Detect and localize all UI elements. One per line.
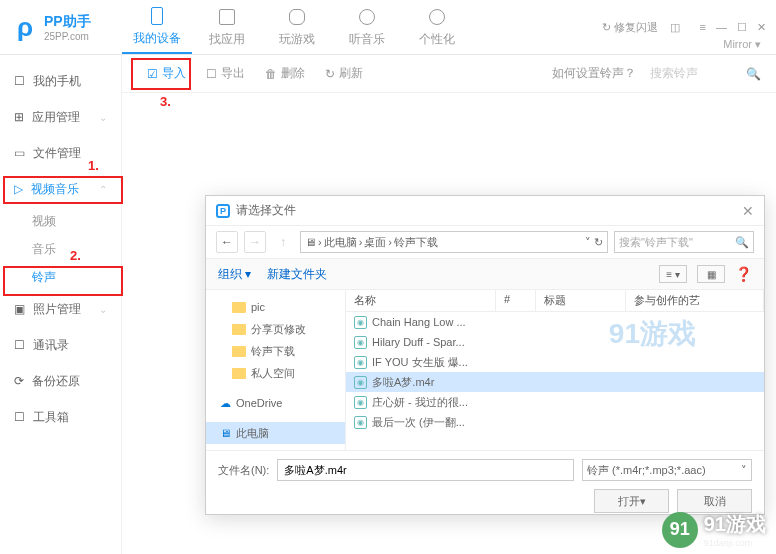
headphone-icon (356, 6, 378, 28)
folder-icon: ▭ (14, 146, 25, 160)
sidebar-item-phone[interactable]: ☐我的手机 (0, 63, 121, 99)
tree-item[interactable]: 铃声下载 (206, 340, 345, 362)
sidebar-item-backup[interactable]: ⟳备份还原 (0, 363, 121, 399)
col-name[interactable]: 名称 (346, 290, 496, 311)
help-icon[interactable]: ❓ (735, 266, 752, 282)
chevron-down-icon: ⌄ (99, 112, 107, 123)
tab-label: 个性化 (419, 31, 455, 48)
app-icon: P (216, 204, 230, 218)
tree-item[interactable]: pic (206, 296, 345, 318)
col-title[interactable]: 标题 (536, 290, 626, 311)
up-button[interactable]: ↑ (272, 231, 294, 253)
sidebar-item-photos[interactable]: ▣照片管理⌄ (0, 291, 121, 327)
filter-select[interactable]: 铃声 (*.m4r;*.mp3;*.aac)˅ (582, 459, 752, 481)
list-item[interactable]: ◉Hilary Duff - Spar... (346, 332, 764, 352)
dialog-toolbar: 组织 ▾ 新建文件夹 ≡ ▾ ▦ ❓ (206, 258, 764, 290)
back-button[interactable]: ← (216, 231, 238, 253)
logo[interactable]: ρ PP助手 25PP.com (10, 12, 122, 42)
annotation-3: 3. (160, 94, 171, 109)
tab-music[interactable]: 听音乐 (332, 0, 402, 54)
search-icon: 🔍 (735, 236, 749, 249)
smile-icon (426, 6, 448, 28)
view-list-button[interactable]: ≡ ▾ (659, 265, 687, 283)
file-list: 名称 # 标题 参与创作的艺 ◉Chain Hang Low ... ◉Hila… (346, 290, 764, 450)
sidebar-sub-music[interactable]: 音乐 (0, 235, 121, 263)
contacts-icon: ☐ (14, 338, 25, 352)
annotation-2: 2. (70, 248, 81, 263)
backup-icon: ⟳ (14, 374, 24, 388)
import-button[interactable]: ☑ 导入 (137, 61, 196, 86)
watermark-sub: 91danji.com (704, 538, 766, 548)
list-item[interactable]: ◉庄心妍 - 我过的很... (346, 392, 764, 412)
delete-button[interactable]: 🗑 删除 (255, 61, 315, 86)
new-folder-button[interactable]: 新建文件夹 (267, 266, 327, 283)
list-item[interactable]: ◉最后一次 (伊一翻... (346, 412, 764, 432)
folder-icon (232, 302, 246, 313)
sidebar-item-apps[interactable]: ⊞应用管理⌄ (0, 99, 121, 135)
tab-label: 玩游戏 (279, 31, 315, 48)
menu-icon[interactable]: ≡ (700, 21, 706, 34)
feedback-icon[interactable]: ◫ (670, 21, 680, 34)
cancel-button[interactable]: 取消 (677, 489, 752, 513)
tab-personalize[interactable]: 个性化 (402, 0, 472, 54)
grid-icon: ⊞ (14, 110, 24, 124)
app-header: ρ PP助手 25PP.com 我的设备 找应用 玩游戏 听音乐 个性化 ↻ 修… (0, 0, 776, 55)
close-icon[interactable]: ✕ (757, 21, 766, 34)
sidebar-item-contacts[interactable]: ☐通讯录 (0, 327, 121, 363)
tab-games[interactable]: 玩游戏 (262, 0, 332, 54)
search-icon[interactable]: 🔍 (746, 67, 761, 81)
list-item[interactable]: ◉Chain Hang Low ... (346, 312, 764, 332)
audio-icon: ◉ (354, 396, 367, 409)
dialog-close-button[interactable]: ✕ (742, 203, 754, 219)
chevron-up-icon: ⌃ (99, 184, 107, 195)
cloud-icon: ☁ (220, 397, 231, 410)
file-dialog: P 请选择文件 ✕ ← → ↑ 🖥 ›此电脑 ›桌面 ›铃声下载 ˅ ↻ 搜索"… (205, 195, 765, 515)
sidebar-sub-ringtone[interactable]: 铃声 (0, 263, 121, 291)
tab-my-device[interactable]: 我的设备 (122, 0, 192, 54)
dialog-search-input[interactable]: 搜索"铃声下载"🔍 (614, 231, 754, 253)
nav-tabs: 我的设备 找应用 玩游戏 听音乐 个性化 (122, 0, 472, 54)
sidebar-sub-video[interactable]: 视频 (0, 207, 121, 235)
minimize-icon[interactable]: — (716, 21, 727, 34)
col-artist[interactable]: 参与创作的艺 (626, 290, 764, 311)
tree-item-pc[interactable]: 🖥此电脑 (206, 422, 345, 444)
refresh-button[interactable]: ↻ 刷新 (315, 61, 373, 86)
open-button[interactable]: 打开 ▾ (594, 489, 669, 513)
dialog-nav: ← → ↑ 🖥 ›此电脑 ›桌面 ›铃声下载 ˅ ↻ 搜索"铃声下载"🔍 (206, 226, 764, 258)
device-icon (146, 5, 168, 27)
tree-item[interactable]: 私人空间 (206, 362, 345, 384)
col-num[interactable]: # (496, 290, 536, 311)
forward-button[interactable]: → (244, 231, 266, 253)
search-input[interactable]: 搜索铃声 (646, 63, 736, 84)
audio-icon: ◉ (354, 356, 367, 369)
help-link[interactable]: 如何设置铃声？ (552, 65, 636, 82)
tree-item[interactable]: 分享页修改 (206, 318, 345, 340)
list-item[interactable]: ◉多啦A梦.m4r (346, 372, 764, 392)
toolbox-icon: ☐ (14, 410, 25, 424)
tab-label: 找应用 (209, 31, 245, 48)
bag-icon (216, 6, 238, 28)
view-details-button[interactable]: ▦ (697, 265, 725, 283)
repair-link[interactable]: ↻ 修复闪退 (602, 20, 658, 35)
tab-find-apps[interactable]: 找应用 (192, 0, 262, 54)
sidebar-item-tools[interactable]: ☐工具箱 (0, 399, 121, 435)
sidebar-item-media[interactable]: ▷视频音乐⌃ (0, 171, 121, 207)
export-button[interactable]: ☐ 导出 (196, 61, 255, 86)
audio-icon: ◉ (354, 336, 367, 349)
sidebar-item-files[interactable]: ▭文件管理 (0, 135, 121, 171)
tab-label: 听音乐 (349, 31, 385, 48)
tree-item-onedrive[interactable]: ☁OneDrive (206, 392, 345, 414)
folder-icon (232, 368, 246, 379)
watermark-badge: 91 (662, 512, 698, 548)
tab-label: 我的设备 (133, 30, 181, 47)
maximize-icon[interactable]: ☐ (737, 21, 747, 34)
list-item[interactable]: ◉IF YOU 女生版 爆... (346, 352, 764, 372)
path-bar[interactable]: 🖥 ›此电脑 ›桌面 ›铃声下载 ˅ ↻ (300, 231, 608, 253)
pc-icon: 🖥 (305, 236, 316, 248)
watermark-text: 91游戏 (704, 511, 766, 538)
filename-input[interactable] (277, 459, 574, 481)
logo-title: PP助手 (44, 13, 91, 31)
organize-button[interactable]: 组织 ▾ (218, 266, 251, 283)
mirror-label[interactable]: Mirror ▾ (723, 38, 761, 51)
dialog-titlebar: P 请选择文件 ✕ (206, 196, 764, 226)
